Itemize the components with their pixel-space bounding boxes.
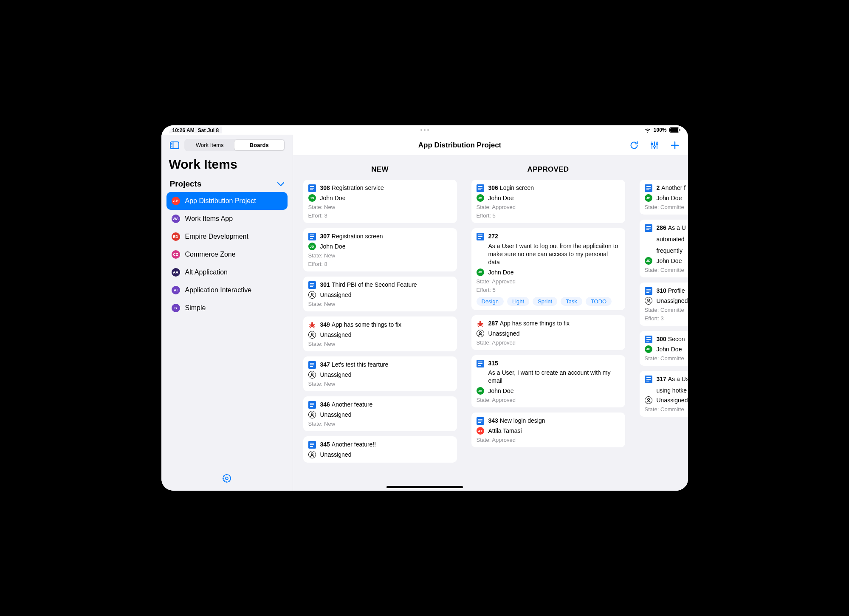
work-item-card[interactable]: 346 Another featureUnassignedState: New xyxy=(303,396,457,431)
svg-point-22 xyxy=(654,146,655,147)
card-id: 349 xyxy=(320,321,330,329)
card-id: 315 xyxy=(488,359,498,367)
tag[interactable]: Light xyxy=(507,297,529,306)
card-title-line: 300 Secon xyxy=(657,335,685,343)
board[interactable]: NEW308 Registration serviceJDJohn DoeSta… xyxy=(293,155,688,491)
seg-boards[interactable]: Boards xyxy=(234,140,284,150)
refresh-button[interactable] xyxy=(628,139,640,152)
topbar: App Distribution Project xyxy=(293,135,688,155)
page-title: App Distribution Project xyxy=(300,141,620,150)
card-title-line: 286 As a Uautomatedfrequently xyxy=(657,224,688,255)
card-list[interactable]: 2 Another fJDJohn DoeState: Committe286 … xyxy=(635,180,688,491)
card-title: Secon xyxy=(668,335,685,343)
work-item-card[interactable]: 308 Registration serviceJDJohn DoeState:… xyxy=(303,180,457,223)
filter-button[interactable] xyxy=(648,139,661,152)
settings-button[interactable] xyxy=(220,472,233,485)
tag[interactable]: Design xyxy=(477,297,504,306)
svg-point-39 xyxy=(310,324,313,327)
svg-rect-106 xyxy=(646,377,651,378)
wifi-icon xyxy=(644,127,651,133)
work-item-card[interactable]: 287 App has some things to fixUnassigned… xyxy=(471,315,625,350)
tag[interactable]: Task xyxy=(561,297,582,306)
assignee-row: Unassigned xyxy=(308,291,452,299)
work-item-card[interactable]: 347 Let's test this feartureUnassignedSt… xyxy=(303,356,457,391)
project-item[interactable]: WAWork Items App xyxy=(166,210,288,228)
work-item-card[interactable]: 345 Another feature!!Unassigned xyxy=(303,436,457,463)
assignee-row: JDJohn Doe xyxy=(477,387,620,395)
card-state: State: Approved xyxy=(477,278,620,285)
tag[interactable]: Sprint xyxy=(533,297,557,306)
svg-rect-98 xyxy=(646,291,651,291)
seg-work-items[interactable]: Work Items xyxy=(185,140,235,150)
svg-rect-87 xyxy=(478,422,481,423)
svg-rect-94 xyxy=(646,228,651,229)
svg-rect-51 xyxy=(310,366,313,367)
pbi-icon xyxy=(308,184,316,192)
work-item-card[interactable]: 306 Login screenJDJohn DoeState: Approve… xyxy=(471,180,625,223)
svg-rect-59 xyxy=(310,443,314,444)
project-list: APApp Distribution ProjectWAWork Items A… xyxy=(166,191,288,318)
section-label: Projects xyxy=(170,179,202,189)
card-list[interactable]: 308 Registration serviceJDJohn DoeState:… xyxy=(299,180,461,491)
work-item-card[interactable]: 2 Another fJDJohn DoeState: Committe xyxy=(640,180,688,215)
card-title-line: 310 Profile xyxy=(657,287,685,295)
project-item[interactable]: APApp Distribution Project xyxy=(166,192,288,210)
work-item-card[interactable]: 301 Third PBI of the Second FeatureUnass… xyxy=(303,277,457,311)
card-title: As a U xyxy=(668,224,686,232)
unassigned-icon xyxy=(645,396,652,404)
tag[interactable]: TODO xyxy=(586,297,612,306)
work-item-card[interactable]: 310 ProfileUnassignedState: CommitteEffo… xyxy=(640,283,688,326)
status-date: Sat Jul 8 xyxy=(198,127,219,133)
pbi-icon xyxy=(308,281,316,289)
svg-point-40 xyxy=(311,322,313,324)
work-item-card[interactable]: 300 SeconJDJohn DoeState: Committe xyxy=(640,331,688,366)
svg-rect-37 xyxy=(310,286,313,287)
svg-line-73 xyxy=(478,323,479,324)
bug-icon xyxy=(477,320,484,328)
sidebar-toggle-button[interactable] xyxy=(169,140,180,151)
work-item-card[interactable]: 343 New login designATAttila TamasiState… xyxy=(471,413,625,447)
work-item-card[interactable]: 272 As a User I want to log out from the… xyxy=(471,228,625,310)
work-item-card[interactable]: 349 App has some things to fixUnassigned… xyxy=(303,316,457,351)
pbi-icon xyxy=(477,417,484,425)
svg-rect-61 xyxy=(310,446,313,447)
card-title: Registration screen xyxy=(332,232,383,240)
svg-rect-69 xyxy=(478,236,482,237)
unassigned-icon xyxy=(308,291,316,299)
card-effort: Effort: 5 xyxy=(477,287,620,293)
svg-rect-108 xyxy=(646,381,649,381)
home-indicator[interactable] xyxy=(386,486,463,488)
multitask-dots[interactable] xyxy=(420,129,429,131)
work-item-card[interactable]: 286 As a UautomatedfrequentlyJDJohn DoeS… xyxy=(640,220,688,277)
svg-rect-2 xyxy=(679,129,680,131)
avatar: JD xyxy=(477,387,484,395)
svg-rect-90 xyxy=(646,188,651,189)
card-id: 343 xyxy=(488,417,498,425)
avatar: AT xyxy=(477,427,484,435)
assignee-row: JDJohn Doe xyxy=(308,194,452,202)
project-item[interactable]: EDEmpire Development xyxy=(166,228,288,246)
work-item-card[interactable]: 317 As a Ususing hotkeUnassignedState: C… xyxy=(640,371,688,417)
card-list[interactable]: 306 Login screenJDJohn DoeState: Approve… xyxy=(467,180,629,491)
assignee-name: John Doe xyxy=(657,257,682,264)
project-item[interactable]: CZCommerce Zone xyxy=(166,246,288,263)
project-label: Simple xyxy=(185,304,206,312)
projects-section-header[interactable]: Projects xyxy=(166,177,288,191)
card-id: 347 xyxy=(320,361,330,369)
card-id: 2 xyxy=(657,184,660,192)
project-item[interactable]: AIApplication Interactive xyxy=(166,281,288,299)
avatar: JD xyxy=(308,194,316,202)
svg-rect-85 xyxy=(478,419,482,420)
project-item[interactable]: AAAlt Application xyxy=(166,263,288,281)
project-item[interactable]: SSimple xyxy=(166,299,288,317)
add-button[interactable] xyxy=(668,139,681,152)
work-item-card[interactable]: 315 As a User, I want to create an accou… xyxy=(471,355,625,408)
work-item-card[interactable]: 307 Registration screenJDJohn DoeState: … xyxy=(303,228,457,271)
card-title: As a User, I want to create an account w… xyxy=(488,369,620,385)
svg-rect-102 xyxy=(646,337,651,338)
svg-rect-55 xyxy=(310,404,314,405)
svg-rect-27 xyxy=(310,186,314,187)
card-state: State: Committe xyxy=(645,406,688,413)
assignee-name: Unassigned xyxy=(320,451,352,458)
card-effort: Effort: 3 xyxy=(645,315,688,322)
